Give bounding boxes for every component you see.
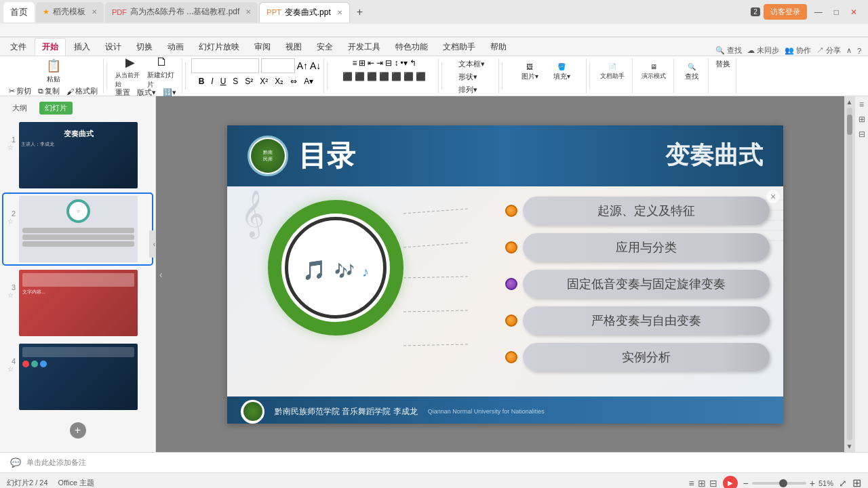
new-slide-button[interactable]: 🗋 新建幻灯片 xyxy=(147,58,177,85)
slide-thumb-2[interactable]: ○ xyxy=(19,196,138,262)
window-close-button[interactable]: ✕ xyxy=(846,6,861,18)
view-split-btn[interactable]: ⊟ xyxy=(709,478,717,489)
slide-item-3[interactable]: 3 ☆ 文字内容... xyxy=(3,268,152,338)
tab-ppt-close[interactable]: ✕ xyxy=(337,9,342,16)
unsync-btn[interactable]: ☁ 未同步 xyxy=(747,45,779,56)
text-box-button[interactable]: 文本框▾ xyxy=(456,58,488,70)
tab-template[interactable]: ★ 稻壳模板 ✕ xyxy=(36,2,104,22)
right-scrollbar[interactable]: ▲ ▼ xyxy=(844,96,854,452)
add-note-label[interactable]: 单击此处添加备注 xyxy=(26,458,86,468)
tab-pdf-close[interactable]: ✕ xyxy=(245,8,251,16)
notes-area[interactable]: 💬 单击此处添加备注 xyxy=(0,452,868,472)
slide-thumb-4[interactable] xyxy=(19,344,138,410)
slide-thumb-1[interactable]: 变奏曲式 主讲人：李成龙 xyxy=(19,122,138,188)
font-size-up[interactable]: A↑ xyxy=(297,60,308,71)
right-panel-btn-3[interactable]: ⊟ xyxy=(859,129,865,139)
indent-less-btn[interactable]: ⇤ xyxy=(368,58,374,68)
close-x-button[interactable]: × xyxy=(766,190,780,203)
slide-item-2[interactable]: 2 ☆ ○ xyxy=(3,194,152,264)
subscript-button[interactable]: X₂ xyxy=(273,76,285,87)
shadow-button[interactable]: S² xyxy=(243,76,255,87)
tab-slideshow[interactable]: 幻灯片放映 xyxy=(192,39,246,56)
view-list-btn[interactable]: ≡ xyxy=(688,478,694,489)
new-tab-button[interactable]: + xyxy=(351,3,368,22)
bold-button[interactable]: B xyxy=(197,76,207,87)
shape-button[interactable]: 形状▾ xyxy=(456,71,488,83)
tab-home[interactable]: 首页 xyxy=(3,2,35,22)
zoom-slider[interactable] xyxy=(752,482,806,485)
scroll-track[interactable] xyxy=(847,108,852,441)
bullet-style-btn[interactable]: •▾ xyxy=(400,58,407,68)
add-slide-button[interactable]: + xyxy=(70,422,86,439)
slide-item-4[interactable]: 4 ☆ xyxy=(3,342,152,412)
italic-button[interactable]: I xyxy=(209,76,215,87)
font-size-down[interactable]: A↓ xyxy=(310,60,321,71)
indent-more-btn[interactable]: ⇥ xyxy=(376,58,383,68)
minimize-button[interactable]: — xyxy=(810,6,827,18)
cut-button[interactable]: ✂ 剪切 xyxy=(6,85,34,97)
grid-layout-btn[interactable]: ⊞ xyxy=(852,476,861,488)
share-btn[interactable]: ↗ 分享 xyxy=(816,45,841,56)
expand-ribbon-btn[interactable]: ∧ xyxy=(846,46,852,55)
align-bottom-btn[interactable]: ⬛ xyxy=(416,72,426,81)
scroll-up-arrow[interactable]: ▲ xyxy=(846,98,853,106)
tab-help[interactable]: 帮助 xyxy=(484,39,513,56)
tab-dochelper[interactable]: 文档助手 xyxy=(436,39,482,56)
align-left-btn[interactable]: ⬛ xyxy=(342,72,353,81)
strikethrough-button[interactable]: S xyxy=(231,76,240,87)
tab-security[interactable]: 安全 xyxy=(310,39,340,56)
scroll-thumb[interactable] xyxy=(847,115,852,135)
tab-design[interactable]: 设计 xyxy=(98,39,128,56)
fill-button[interactable]: 🪣 填充▾ xyxy=(547,58,576,85)
picture-button[interactable]: 🖼 图片▾ xyxy=(515,58,545,85)
font-color-button[interactable]: A▾ xyxy=(302,76,315,87)
tab-animation[interactable]: 动画 xyxy=(161,39,191,56)
align-center-btn[interactable]: ⬛ xyxy=(355,72,365,81)
list-bullet-btn[interactable]: ≡ xyxy=(352,58,357,68)
tab-review[interactable]: 审阅 xyxy=(248,39,277,56)
tab-dev[interactable]: 开发工具 xyxy=(341,39,387,56)
fullscreen-btn[interactable]: ⤢ xyxy=(839,478,847,489)
tab-feature[interactable]: 特色功能 xyxy=(389,39,435,56)
zoom-slider-thumb[interactable] xyxy=(779,479,787,487)
slide-item-1[interactable]: 1 ☆ 变奏曲式 主讲人：李成龙 xyxy=(3,120,152,190)
superscript-button[interactable]: X² xyxy=(258,76,270,87)
find-btn[interactable]: 🔍 查找 xyxy=(715,45,742,56)
right-panel-btn-1[interactable]: ≡ xyxy=(859,100,864,109)
align-justify-btn[interactable]: ⬛ xyxy=(379,72,389,81)
tab-file[interactable]: 文件 xyxy=(3,39,33,56)
slide-view-btn[interactable]: 幻灯片 xyxy=(39,102,73,115)
zoom-out-btn[interactable]: − xyxy=(743,478,749,489)
format-painter-button[interactable]: 🖌 格式刷 xyxy=(64,85,100,97)
play-button[interactable]: ▶ xyxy=(723,476,738,489)
right-panel-btn-2[interactable]: ⊞ xyxy=(859,115,865,124)
login-button[interactable]: 访客登录 xyxy=(764,4,807,20)
tab-switch[interactable]: 切换 xyxy=(130,39,159,56)
list-num-btn[interactable]: ⊞ xyxy=(359,58,366,68)
view-grid-btn[interactable]: ⊞ xyxy=(698,478,706,489)
char-spacing-button[interactable]: ⇔ xyxy=(288,76,299,87)
font-family-select[interactable] xyxy=(191,58,259,73)
align-right-btn[interactable]: ⬛ xyxy=(367,72,377,81)
slide-thumb-3[interactable]: 文字内容... xyxy=(19,270,138,336)
arrange-button[interactable]: 排列▾ xyxy=(456,84,488,96)
doc-helper-button[interactable]: 📄 文档助手 xyxy=(595,58,629,85)
tab-view[interactable]: 视图 xyxy=(279,39,309,56)
maximize-button[interactable]: □ xyxy=(830,6,843,18)
canvas-left-arrow[interactable]: ‹ xyxy=(159,269,163,280)
line-space-btn[interactable]: ↕ xyxy=(394,58,398,68)
tab-pdf[interactable]: PDF 高为杰&陈丹布 ...基础教程.pdf ✕ xyxy=(105,2,258,22)
tab-template-close[interactable]: ✕ xyxy=(92,8,97,16)
outline-view-btn[interactable]: 大纲 xyxy=(7,102,33,115)
direction-btn[interactable]: ↰ xyxy=(410,58,416,68)
underline-button[interactable]: U xyxy=(218,76,229,87)
from-current-button[interactable]: ▶ 从当前开始 xyxy=(115,58,145,85)
copy-button[interactable]: ⧉ 复制 xyxy=(35,85,62,97)
help-icon-btn[interactable]: ? xyxy=(857,47,861,55)
collab-btn[interactable]: 👥 协作 xyxy=(785,45,811,56)
paste-button[interactable]: 📋 粘贴 xyxy=(39,58,68,84)
align-top-btn[interactable]: ⬛ xyxy=(391,72,401,81)
tab-ppt[interactable]: PPT 变奏曲式.ppt ✕ xyxy=(259,2,349,22)
tab-start[interactable]: 开始 xyxy=(35,38,66,56)
scroll-down-arrow[interactable]: ▼ xyxy=(846,443,853,450)
